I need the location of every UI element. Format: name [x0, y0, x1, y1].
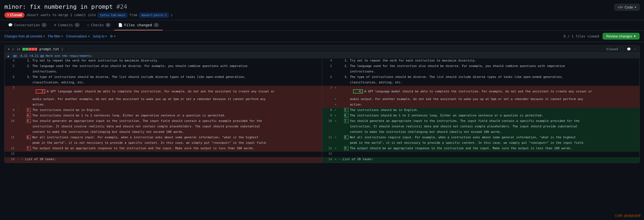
- left-sign: -: [16, 146, 20, 152]
- left-code: - List of 20 tasks:: [20, 157, 322, 163]
- chevron-down-icon: ▾: [105, 35, 107, 38]
- comment-icon[interactable]: 💬: [627, 47, 631, 51]
- diff-row: classification, editing, etc. classifica…: [5, 80, 639, 86]
- left-line-num: 6: [5, 75, 16, 80]
- tab-commits[interactable]: ⊙ Commits 1: [50, 20, 84, 30]
- right-line-num: 7: [322, 86, 334, 97]
- right-sign: [334, 64, 338, 69]
- diff-row: 8 - 3. The instructions should be in Eng…: [5, 108, 639, 113]
- diff-stats: [22, 48, 37, 51]
- right-code: 1. Try not to repeat the verb for each i…: [338, 58, 640, 64]
- diff-row-changed-cont: - audio output. For another example, do …: [5, 97, 639, 102]
- files-icon: 📄: [118, 23, 123, 27]
- left-code: 2. A GPT language model should be able t…: [20, 86, 322, 97]
- diff-row: 4 1. Try not to repeat the verb for each…: [5, 58, 639, 64]
- badge-label: Closed: [10, 13, 22, 17]
- base-branch-tag[interactable]: tatsu-lab:main: [98, 13, 127, 17]
- conversation-icon: 💬: [8, 23, 13, 27]
- right-code: instruction. It should involve realistic…: [338, 124, 640, 130]
- right-code: 2. The language used for the instruction…: [338, 64, 640, 69]
- chevron-down-icon: ▾: [635, 6, 636, 9]
- right-line-num: 11: [322, 135, 334, 141]
- left-code: peak in the world", it is not neccssary …: [20, 141, 322, 146]
- left-sign: [16, 141, 20, 146]
- settings-button[interactable]: ⚙ ▾: [110, 34, 115, 38]
- code-button-label: Code: [625, 5, 633, 9]
- right-line-num: 5: [322, 64, 334, 69]
- left-code: 7. The output should be an appropriate r…: [20, 146, 322, 152]
- diff-toolbar: Changes from all commits ▾ File filter ▾…: [0, 31, 644, 42]
- pr-meta-text: dooart wants to merge 1 commit into: [27, 13, 96, 17]
- left-line-num: 10: [5, 119, 16, 124]
- collapse-button[interactable]: ▾: [8, 47, 10, 51]
- expand-hunk-icon[interactable]: ▲: [7, 54, 9, 58]
- file-header-left: ▾ ⤢ 14 prompt.txt ▯: [8, 47, 604, 51]
- pr-header: minor: fix numbering in prompt #24 </> C…: [0, 0, 644, 20]
- right-line-num: 9: [322, 113, 334, 119]
- gear-icon: ⚙: [110, 34, 113, 38]
- right-code: 4. A GPT language model should be able t…: [338, 86, 640, 97]
- code-button[interactable]: </> Code ▾: [614, 4, 640, 11]
- right-sign: [334, 141, 338, 146]
- commits-icon: ⊙: [54, 23, 56, 27]
- left-sign: -: [16, 157, 20, 163]
- left-line-num: 11: [5, 135, 16, 141]
- hunk-header-cell: ▲ @@ -4,11 +4,11 @@ Here are the require…: [5, 53, 639, 58]
- right-line-num: 14: [322, 157, 334, 163]
- left-line-num: [5, 97, 16, 102]
- left-line-num: [5, 69, 16, 75]
- right-code: 8. Not all instructions require input. F…: [338, 135, 640, 141]
- left-line-num: [5, 141, 16, 146]
- files-viewed-count: 0 / 1 files viewed: [564, 34, 599, 38]
- left-sign: -: [16, 119, 20, 124]
- diff-row: 5 2. The language used for the instructi…: [5, 64, 639, 69]
- left-line-num: 13: [5, 152, 16, 157]
- diff-table: ▲ @@ -4,11 +4,11 @@ Here are the require…: [5, 53, 639, 163]
- tab-conversation[interactable]: 💬 Conversation 1: [4, 20, 50, 30]
- highlight-removed: 2.: [36, 90, 45, 93]
- diff-toolbar-right: 0 / 1 files viewed Review changes ▾: [564, 33, 640, 40]
- left-line-num: 12: [5, 146, 16, 152]
- right-line-num: 12: [322, 146, 334, 152]
- left-code: [20, 152, 322, 157]
- left-sign: -: [16, 97, 20, 102]
- changes-from-button[interactable]: Changes from all commits ▾: [4, 34, 45, 38]
- jump-to-button[interactable]: Jump to ▾: [93, 34, 107, 38]
- tab-files-changed[interactable]: 📄 Files changed 1: [114, 20, 162, 30]
- right-sign: [334, 124, 338, 130]
- tab-checks[interactable]: ☐ Checks 0: [84, 20, 114, 30]
- left-line-num: 8: [5, 108, 16, 113]
- expand-icon: ⤢: [12, 47, 14, 51]
- left-line-num: 9: [5, 113, 16, 119]
- right-line-num: [322, 130, 334, 135]
- pr-number: #24: [117, 3, 127, 10]
- jump-to-label: Jump to: [93, 34, 105, 38]
- diff-row: 13 13: [5, 152, 639, 157]
- viewed-checkbox[interactable]: Viewed: [606, 47, 623, 51]
- right-line-num: 6: [322, 75, 334, 80]
- hunk-header-row: ▲ @@ -4,11 +4,11 @@ Here are the require…: [5, 53, 639, 58]
- pr-title-text: minor: fix numbering in prompt: [4, 3, 113, 10]
- head-branch-tag[interactable]: dooart:patch-1: [139, 13, 169, 17]
- left-sign: [16, 69, 20, 75]
- diff-row: peak in the world", it is not neccssary …: [5, 141, 639, 146]
- diff-row: 11 - 6. Not all instructions require inp…: [5, 135, 639, 141]
- stat-block-5: [34, 48, 37, 51]
- copy-filename-icon[interactable]: ▯: [61, 47, 63, 51]
- left-sign: -: [16, 113, 20, 119]
- right-sign: [334, 58, 338, 64]
- left-code: classification, editing, etc.: [20, 80, 322, 86]
- left-sign: [16, 124, 20, 130]
- more-options-icon[interactable]: ⋯: [634, 47, 636, 51]
- copy-icon[interactable]: ▯: [171, 13, 173, 17]
- right-sign: +: [334, 135, 338, 141]
- file-filter-button[interactable]: File filter ▾: [48, 34, 63, 38]
- conversations-button[interactable]: Conversations ▾: [66, 34, 90, 38]
- right-code: content to make the instruction challeng…: [338, 130, 640, 135]
- diff-row-changed: 7 - 2. A GPT language model should be ab…: [5, 86, 639, 97]
- stat-block-2: [25, 48, 28, 51]
- diff-row-changed-cont2: - action. + action.: [5, 102, 639, 108]
- diff-row: 12 - 7. The output should be an appropri…: [5, 146, 639, 152]
- review-changes-button[interactable]: Review changes ▾: [603, 33, 640, 40]
- left-line-num: 4: [5, 58, 16, 64]
